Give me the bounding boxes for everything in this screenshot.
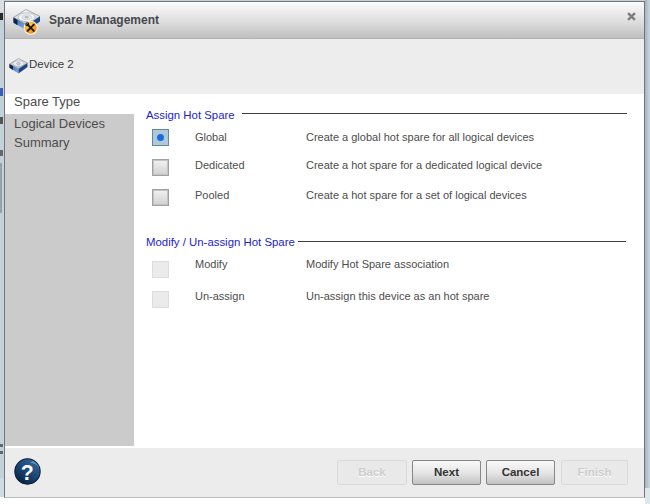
svg-text:?: ? [21,461,34,485]
